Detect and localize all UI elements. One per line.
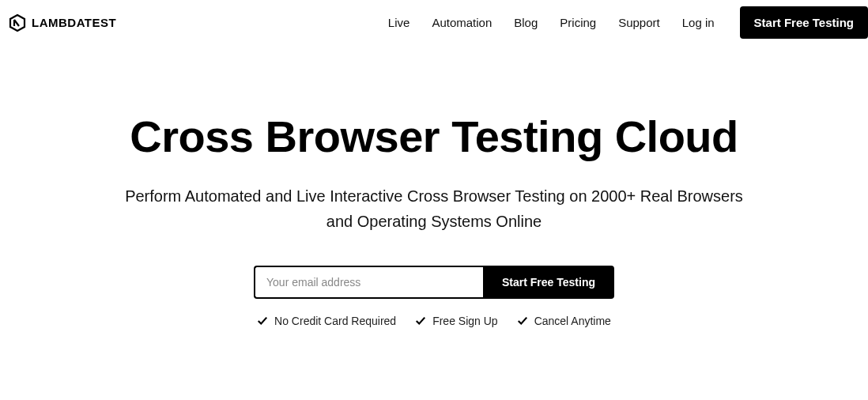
check-icon	[517, 315, 528, 326]
benefit-cancel: Cancel Anytime	[517, 315, 611, 327]
hero-subtitle: Perform Automated and Live Interactive C…	[118, 183, 750, 234]
nav-blog[interactable]: Blog	[514, 16, 538, 29]
nav-login[interactable]: Log in	[682, 16, 715, 29]
start-free-testing-header-button[interactable]: Start Free Testing	[740, 6, 868, 39]
check-icon	[257, 315, 268, 326]
email-input[interactable]	[254, 266, 483, 299]
header: LAMBDATEST Live Automation Blog Pricing …	[0, 0, 868, 45]
main-nav: Live Automation Blog Pricing Support Log…	[388, 6, 868, 39]
benefit-label: Free Sign Up	[432, 315, 497, 327]
signup-form: Start Free Testing	[0, 266, 868, 299]
lambdatest-logo-icon	[8, 13, 27, 32]
nav-pricing[interactable]: Pricing	[560, 16, 596, 29]
benefits-list: No Credit Card Required Free Sign Up Can…	[0, 315, 868, 327]
benefit-label: No Credit Card Required	[274, 315, 396, 327]
hero-section: Cross Browser Testing Cloud Perform Auto…	[0, 45, 868, 327]
benefit-free-signup: Free Sign Up	[415, 315, 497, 327]
start-free-testing-form-button[interactable]: Start Free Testing	[483, 266, 614, 299]
nav-live[interactable]: Live	[388, 16, 410, 29]
nav-support[interactable]: Support	[618, 16, 660, 29]
logo[interactable]: LAMBDATEST	[8, 13, 116, 32]
hero-title: Cross Browser Testing Cloud	[0, 112, 868, 161]
logo-text: LAMBDATEST	[32, 16, 116, 29]
benefit-no-card: No Credit Card Required	[257, 315, 396, 327]
check-icon	[415, 315, 426, 326]
nav-automation[interactable]: Automation	[432, 16, 492, 29]
benefit-label: Cancel Anytime	[534, 315, 611, 327]
